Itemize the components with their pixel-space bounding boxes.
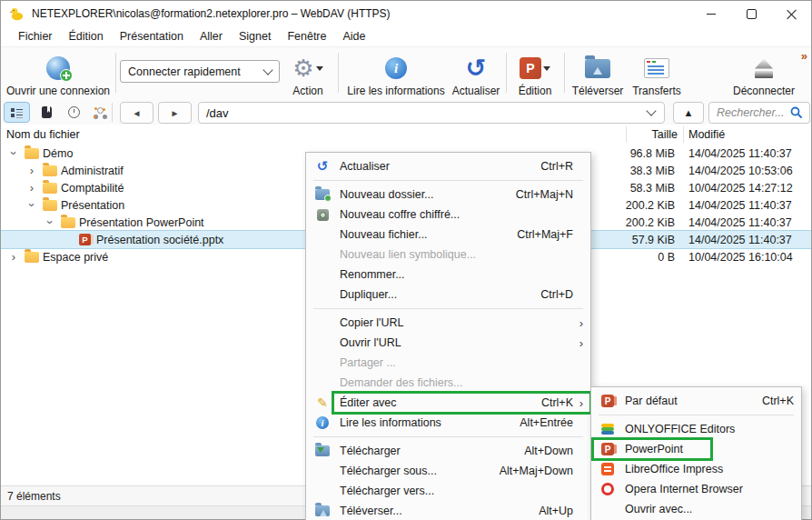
close-button[interactable] (771, 1, 811, 26)
back-button[interactable]: ◄ (120, 102, 153, 124)
menu-item-renommer[interactable]: Renommer... (306, 265, 590, 285)
file-modified: 14/04/2025 11:40:37 (688, 216, 792, 229)
menu-item-label: Télécharger vers... (340, 485, 434, 497)
clock-icon (68, 106, 80, 118)
dropdown-arrow-icon (316, 66, 323, 75)
edit-with-submenu: PPar défautCtrl+KONLYOFFICE EditorsPPowe… (590, 386, 802, 520)
tree-chevron-icon[interactable]: › (25, 182, 39, 194)
minimize-button[interactable] (691, 1, 731, 26)
menu-item-label: ONLYOFFICE Editors (625, 423, 735, 435)
menu-item-télécharger-sous[interactable]: Télécharger sous...Alt+Maj+Down (306, 461, 590, 481)
menu-item-label: Partager ... (340, 356, 396, 369)
menu-item-téléverser[interactable]: Téléverser...Alt+Up (306, 501, 590, 520)
file-modified: 10/04/2025 16:10:04 (688, 251, 793, 264)
file-size: 200.2 KiB (626, 216, 675, 229)
file-name: Comptabilité (61, 182, 124, 195)
menu-item-par-défaut[interactable]: PPar défautCtrl+K (591, 391, 801, 411)
menu-aide[interactable]: Aide (335, 28, 374, 45)
file-modified: 14/04/2025 11:40:37 (688, 147, 792, 160)
menu-item-télécharger[interactable]: TéléchargerAlt+Down (306, 441, 590, 461)
menu-item-actualiser[interactable]: ↺ActualiserCtrl+R (306, 156, 590, 176)
action-label: Action (292, 85, 322, 97)
menu-item-ouvrir-avec[interactable]: Ouvrir avec... (591, 499, 801, 519)
column-modified[interactable]: Modifié (688, 128, 725, 141)
menu-presentation[interactable]: Présentation (112, 28, 192, 45)
menu-item-libreoffice-impress[interactable]: LibreOffice Impress (591, 459, 801, 479)
upload-button[interactable]: Téléverser (568, 50, 628, 97)
refresh-button[interactable]: ↺ Actualiser (448, 50, 504, 97)
column-divider[interactable] (683, 126, 684, 143)
menu-edition[interactable]: Édition (61, 28, 112, 45)
menu-item-label: Dupliquer... (340, 288, 397, 301)
file-size: 38.3 MiB (630, 165, 675, 177)
bookmarks-button[interactable] (34, 102, 60, 123)
menu-item-onlyoffice-editors[interactable]: ONLYOFFICE Editors (591, 419, 801, 439)
bonjour-button[interactable] (86, 102, 113, 123)
read-info-button[interactable]: i Lire les informations (344, 50, 448, 97)
file-size: 0 B (658, 251, 675, 264)
minimize-icon (707, 14, 716, 15)
menu-item-label: Actualiser (340, 160, 390, 173)
action-button[interactable]: ⚙ Action (282, 50, 333, 97)
menu-item-shortcut: Alt+Down (524, 445, 573, 457)
file-name: Présentation PowerPoint (79, 216, 204, 229)
tree-chevron-icon[interactable]: › (6, 251, 21, 263)
quick-connect-value: Connecter rapidement (128, 65, 241, 78)
dl-folder-icon (312, 445, 333, 456)
info-icon: i (312, 416, 333, 429)
menu-item-label: Nouveau lien symbolique... (340, 248, 476, 261)
file-name: Espace privé (43, 251, 108, 264)
quick-connect-combobox[interactable]: Connecter rapidement (120, 60, 280, 83)
tree-chevron-icon[interactable]: › (25, 165, 39, 176)
maximize-button[interactable] (731, 1, 771, 26)
forward-button[interactable]: ► (158, 102, 192, 124)
menu-item-lire-les-informations[interactable]: iLire les informationsAlt+Entrée (306, 413, 590, 433)
menu-item-dupliquer[interactable]: Dupliquer...Ctrl+D (306, 285, 590, 305)
menu-item-powerpoint[interactable]: PPowerPoint (591, 439, 801, 459)
tree-chevron-icon[interactable]: › (45, 215, 56, 230)
menu-signet[interactable]: Signet (231, 28, 279, 45)
history-button[interactable] (61, 102, 87, 123)
open-connection-button[interactable]: Ouvrir une connexion (5, 50, 112, 97)
menu-item-nouveau-coffre-chiffré[interactable]: Nouveau coffre chiffré... (306, 205, 590, 225)
menu-item-copier-l-url[interactable]: Copier l'URL› (306, 313, 590, 333)
file-size: 57.9 KiB (632, 234, 675, 246)
menu-item-opera-internet-browser[interactable]: Opera Internet Browser (591, 479, 801, 499)
disconnect-button[interactable]: Déconnecter (726, 50, 802, 97)
toolbar-overflow-icon[interactable]: » (801, 49, 807, 63)
menu-aller[interactable]: Aller (192, 28, 231, 45)
edition-button[interactable]: P Édition (510, 50, 560, 97)
file-size: 96.8 MiB (630, 147, 675, 160)
menu-item-éditer-avec[interactable]: ✎Éditer avecCtrl+K› (306, 393, 590, 413)
menu-item-label: Demander des fichiers... (340, 376, 462, 389)
list-header: Nom du fichier Taille Modifié (1, 125, 811, 145)
menu-fichier[interactable]: Fichier (10, 28, 61, 45)
menu-bar: Fichier Édition Présentation Aller Signe… (1, 26, 811, 46)
menu-item-nouveau-dossier[interactable]: Nouveau dossier...Ctrl+Maj+N (306, 185, 590, 205)
menu-item-shortcut: Ctrl+Maj+F (517, 228, 573, 241)
folder-icon (25, 252, 39, 263)
folder-icon (43, 165, 57, 176)
tree-chevron-icon[interactable]: › (26, 198, 38, 213)
menu-item-shortcut: Ctrl+D (540, 288, 573, 301)
maximize-icon (747, 9, 757, 19)
refresh-icon: ↺ (466, 56, 487, 80)
refresh-icon: ↺ (312, 158, 333, 175)
menu-item-nouveau-fichier[interactable]: Nouveau fichier...Ctrl+Maj+F (306, 225, 590, 245)
menu-separator (313, 308, 583, 309)
tree-chevron-icon[interactable]: › (8, 146, 20, 161)
menu-item-ouvrir-l-url[interactable]: Ouvrir l'URL› (306, 333, 590, 353)
menu-item-label: Ouvrir l'URL (340, 336, 401, 349)
menu-item-télécharger-vers[interactable]: Télécharger vers... (306, 481, 590, 501)
menu-fenetre[interactable]: Fenêtre (279, 28, 334, 45)
submenu-arrow-icon: › (573, 316, 583, 330)
menu-item-shortcut: Alt+Maj+Down (500, 465, 573, 477)
menu-item-label: LibreOffice Impress (625, 463, 723, 475)
column-divider[interactable] (626, 126, 627, 143)
column-name[interactable]: Nom du fichier (6, 128, 80, 141)
transfers-button[interactable]: Transferts (628, 50, 686, 97)
address-input[interactable] (198, 102, 665, 124)
column-size[interactable]: Taille (628, 128, 678, 141)
up-button[interactable]: ▲ (673, 102, 704, 124)
view-outline-button[interactable] (4, 102, 30, 123)
